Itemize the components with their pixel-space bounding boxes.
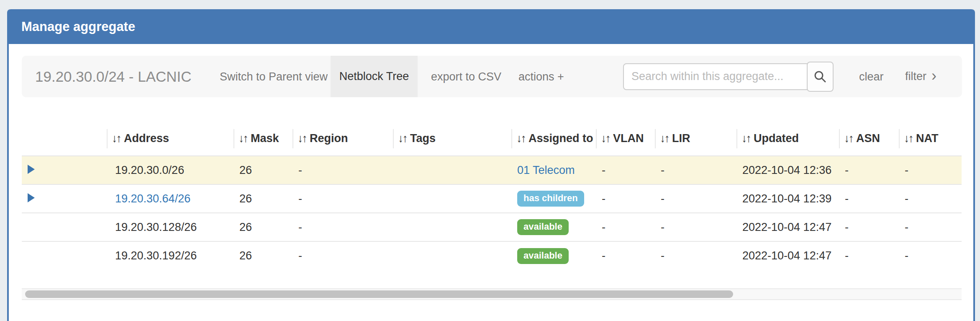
netblock-table: ↓↑Address ↓↑Mask ↓↑Region ↓↑Tags ↓↑Assig… — [22, 122, 962, 270]
column-header-label: ASN — [856, 132, 880, 145]
sort-icon: ↓↑ — [904, 132, 913, 145]
column-header-vlan[interactable]: ↓↑VLAN — [596, 122, 655, 156]
assigned-to-link[interactable]: 01 Telecom — [517, 164, 575, 176]
cell-tags — [393, 213, 511, 241]
cell-lir: - — [655, 213, 736, 241]
toolbar: 19.20.30.0/24 - LACNIC Switch to Parent … — [22, 56, 962, 97]
column-header-label: Updated — [754, 132, 799, 145]
search-group — [623, 62, 834, 92]
column-header-lir[interactable]: ↓↑LIR — [655, 122, 736, 156]
table-row: 19.20.30.0/26 26 - 01 Telecom - - 2022-1… — [22, 156, 962, 184]
sort-icon: ↓↑ — [601, 132, 610, 145]
table-row: 19.20.30.192/26 26 - available - - 2022-… — [22, 241, 962, 270]
clear-button[interactable]: clear — [859, 70, 884, 83]
cell-nat: - — [899, 184, 962, 213]
column-header-label: Tags — [410, 132, 436, 145]
column-header-label: VLAN — [613, 132, 644, 145]
cell-vlan: - — [596, 156, 655, 184]
sort-icon: ↓↑ — [844, 132, 853, 145]
expand-row-icon[interactable] — [28, 165, 35, 174]
sort-icon: ↓↑ — [516, 132, 525, 145]
horizontal-scrollbar-thumb[interactable] — [25, 290, 733, 298]
sort-icon: ↓↑ — [398, 132, 407, 145]
search-input[interactable] — [623, 63, 808, 90]
cell-asn: - — [839, 241, 899, 270]
horizontal-scrollbar-track[interactable] — [22, 288, 962, 300]
table-row: 19.20.30.64/26 26 - has children - - 202… — [22, 184, 962, 213]
column-header-address[interactable]: ↓↑Address — [107, 122, 233, 156]
cell-region: - — [292, 241, 393, 270]
cell-mask: 26 — [233, 213, 292, 241]
column-header-updated[interactable]: ↓↑Updated — [736, 122, 839, 156]
cell-address: 19.20.30.192/26 — [107, 241, 233, 270]
cell-vlan: - — [596, 241, 655, 270]
cell-mask: 26 — [233, 241, 292, 270]
switch-to-parent-view-button[interactable]: Switch to Parent view — [220, 70, 328, 83]
cell-lir: - — [655, 241, 736, 270]
available-badge: available — [517, 248, 569, 264]
cell-mask: 26 — [233, 184, 292, 213]
cell-nat: - — [899, 156, 962, 184]
cell-vlan: - — [596, 213, 655, 241]
column-header-mask[interactable]: ↓↑Mask — [233, 122, 292, 156]
cell-region: - — [292, 184, 393, 213]
cell-updated: 2022-10-04 12:47 — [736, 241, 839, 270]
column-header-region[interactable]: ↓↑Region — [292, 122, 393, 156]
cell-updated: 2022-10-04 12:39 — [736, 184, 839, 213]
column-header-nat[interactable]: ↓↑NAT — [899, 122, 962, 156]
available-badge: available — [517, 219, 569, 235]
aggregate-title: 19.20.30.0/24 - LACNIC — [35, 68, 192, 85]
column-header-assigned-to[interactable]: ↓↑Assigned to — [511, 122, 596, 156]
column-header-label: Mask — [251, 132, 279, 145]
cell-lir: - — [655, 156, 736, 184]
table-header-row: ↓↑Address ↓↑Mask ↓↑Region ↓↑Tags ↓↑Assig… — [22, 122, 962, 156]
cell-asn: - — [839, 213, 899, 241]
export-to-csv-button[interactable]: export to CSV — [431, 70, 501, 83]
netblock-tree-tab[interactable]: Netblock Tree — [331, 56, 418, 97]
table-row: 19.20.30.128/26 26 - available - - 2022-… — [22, 213, 962, 241]
page-title: Manage aggregate — [21, 19, 135, 34]
cell-region: - — [292, 156, 393, 184]
column-header-label: Region — [310, 132, 348, 145]
cell-tags — [393, 184, 511, 213]
panel-header: Manage aggregate — [9, 9, 973, 44]
filter-button-label: filter — [905, 70, 926, 83]
cell-vlan: - — [596, 184, 655, 213]
column-header-tags[interactable]: ↓↑Tags — [393, 122, 511, 156]
cell-mask: 26 — [233, 156, 292, 184]
manage-aggregate-panel: Manage aggregate 19.20.30.0/24 - LACNIC … — [7, 9, 975, 321]
cell-address: 19.20.30.128/26 — [107, 213, 233, 241]
search-button[interactable] — [807, 62, 834, 92]
sort-icon: ↓↑ — [298, 132, 306, 145]
cell-region: - — [292, 213, 393, 241]
chevron-right-icon: › — [931, 68, 936, 83]
column-header-label: LIR — [672, 132, 690, 145]
cell-tags — [393, 156, 511, 184]
filter-button[interactable]: filter › — [905, 69, 936, 84]
actions-menu-button[interactable]: actions + — [518, 70, 564, 83]
sort-icon: ↓↑ — [112, 132, 121, 145]
has-children-badge: has children — [517, 191, 584, 207]
sort-icon: ↓↑ — [239, 132, 247, 145]
sort-icon: ↓↑ — [660, 132, 669, 145]
search-icon — [813, 70, 827, 84]
column-header-label: Address — [124, 132, 169, 145]
sort-icon: ↓↑ — [741, 132, 750, 145]
cell-nat: - — [899, 213, 962, 241]
column-header-label: Assigned to — [528, 132, 593, 145]
cell-asn: - — [839, 156, 899, 184]
column-header-label: NAT — [916, 132, 939, 145]
cell-updated: 2022-10-04 12:47 — [736, 213, 839, 241]
expand-row-icon[interactable] — [28, 193, 35, 202]
column-header-asn[interactable]: ↓↑ASN — [839, 122, 899, 156]
address-link[interactable]: 19.20.30.64/26 — [115, 192, 190, 205]
cell-updated: 2022-10-04 12:36 — [736, 156, 839, 184]
cell-tags — [393, 241, 511, 270]
cell-address: 19.20.30.0/26 — [107, 156, 233, 184]
cell-lir: - — [655, 184, 736, 213]
expander-column-header — [22, 122, 107, 156]
cell-asn: - — [839, 184, 899, 213]
cell-nat: - — [899, 241, 962, 270]
